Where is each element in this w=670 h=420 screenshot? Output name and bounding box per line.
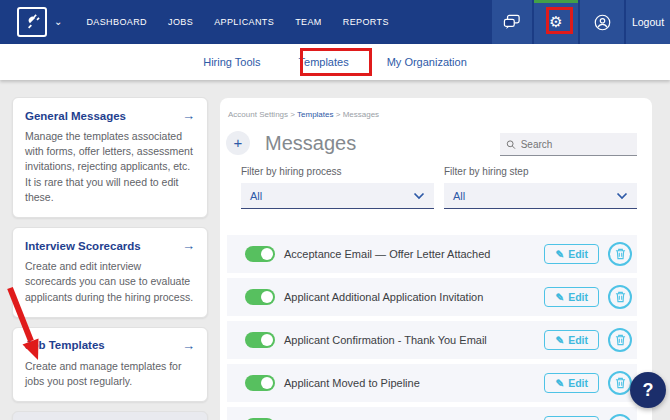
arrow-right-icon: → [182, 238, 195, 253]
menu-dashboard[interactable]: DASHBOARD [86, 17, 147, 27]
trash-icon [615, 334, 626, 346]
filter-label-hiring-step: Filter by hiring step [444, 166, 637, 177]
card-title: Interview Scorecards [25, 240, 141, 252]
table-row: Applicant Additional Application Invitat… [227, 278, 637, 316]
selected-value: All [250, 190, 262, 202]
template-name: Acceptance Email — Offer Letter Attached [284, 248, 544, 260]
breadcrumb-account-settings[interactable]: Account Settings [228, 110, 288, 119]
filter-label-hiring-process: Filter by hiring process [241, 166, 434, 177]
menu-team[interactable]: TEAM [295, 17, 322, 27]
edit-button[interactable]: ✎ Edit [544, 287, 599, 307]
selected-value: All [453, 190, 465, 202]
tab-templates[interactable]: Templates [297, 46, 351, 78]
edit-button[interactable]: ✎ Edit [544, 244, 599, 264]
trash-icon [615, 291, 626, 303]
navbar-actions: ⚙ Logout [492, 0, 670, 44]
sidebar-card-interview-scorecards[interactable]: Interview Scorecards → Create and edit i… [12, 227, 208, 318]
table-row: ✎ Edit [227, 407, 637, 420]
enabled-toggle[interactable] [245, 375, 275, 391]
edit-button[interactable]: ✎ Edit [544, 330, 599, 350]
template-name: Applicant Moved to Pipeline [284, 377, 544, 389]
pencil-icon: ✎ [555, 377, 564, 389]
top-navbar: ⌄ DASHBOARD JOBS APPLICANTS TEAM REPORTS… [0, 0, 670, 44]
tab-hiring-tools[interactable]: Hiring Tools [201, 46, 262, 78]
logout-label: Logout [632, 16, 664, 28]
templates-sidebar: General Messages → Manage the templates … [12, 97, 208, 420]
account-button[interactable] [580, 0, 624, 44]
chevron-down-icon[interactable]: ⌄ [54, 16, 62, 27]
breadcrumb: Account Settings > Templates > Messages [228, 110, 379, 119]
delete-button[interactable] [608, 371, 632, 395]
sidebar-card-job-templates[interactable]: Job Templates → Create and manage templa… [12, 327, 208, 402]
edit-button[interactable]: ✎ Edit [544, 373, 599, 393]
search-input[interactable] [521, 139, 631, 150]
breadcrumb-separator: > [336, 110, 341, 119]
chevron-down-icon [413, 192, 425, 200]
table-row: Acceptance Email — Offer Letter Attached… [227, 235, 637, 273]
search-icon [506, 139, 516, 150]
pencil-icon: ✎ [555, 291, 564, 303]
messages-chat-button[interactable] [492, 0, 532, 44]
enabled-toggle[interactable] [245, 246, 275, 262]
account-icon [594, 14, 611, 31]
help-button[interactable]: ? [630, 372, 666, 408]
trash-icon [615, 248, 626, 260]
tab-my-organization[interactable]: My Organization [385, 46, 469, 78]
add-message-button[interactable]: + [226, 131, 250, 155]
settings-button[interactable]: ⚙ [534, 0, 578, 44]
trash-icon [615, 377, 626, 389]
card-description: Manage the templates associated with for… [25, 129, 195, 205]
filters: Filter by hiring process All Filter by h… [241, 166, 637, 209]
card-description: Create and manage templates for jobs you… [25, 359, 195, 389]
hiring-step-select[interactable]: All [444, 183, 637, 209]
sidebar-card-messages[interactable]: Messages → Manage the email and text mes… [12, 411, 208, 420]
plug-logo-icon [22, 12, 42, 32]
search-field[interactable] [500, 133, 637, 156]
edit-label: Edit [568, 377, 588, 389]
message-template-list: Acceptance Email — Offer Letter Attached… [227, 235, 637, 420]
enabled-toggle[interactable] [245, 332, 275, 348]
table-row: Applicant Moved to Pipeline ✎ Edit [227, 364, 637, 402]
card-description: Create and edit interview scorecards you… [25, 259, 195, 305]
gear-icon: ⚙ [549, 13, 562, 31]
edit-button[interactable]: ✎ Edit [544, 416, 599, 420]
messages-panel: Account Settings > Templates > Messages … [220, 98, 652, 420]
arrow-right-icon: → [182, 108, 195, 123]
breadcrumb-templates[interactable]: Templates [297, 110, 333, 119]
table-row: Applicant Confirmation - Thank You Email… [227, 321, 637, 359]
pencil-icon: ✎ [555, 248, 564, 260]
active-tab-underline [313, 73, 335, 76]
logout-button[interactable]: Logout [626, 0, 670, 44]
hiring-process-select[interactable]: All [241, 183, 434, 209]
content-area: General Messages → Manage the templates … [0, 80, 670, 420]
tab-templates-label: Templates [299, 56, 349, 68]
delete-button[interactable] [608, 242, 632, 266]
edit-label: Edit [568, 248, 588, 260]
breadcrumb-separator: > [290, 110, 295, 119]
template-name: Applicant Additional Application Invitat… [284, 291, 544, 303]
active-tab-indicator [534, 0, 578, 3]
menu-reports[interactable]: REPORTS [343, 17, 389, 27]
chat-icon [503, 14, 521, 30]
page-title: Messages [265, 132, 356, 155]
template-name: Applicant Confirmation - Thank You Email [284, 334, 544, 346]
edit-label: Edit [568, 334, 588, 346]
breadcrumb-messages: Messages [343, 110, 379, 119]
menu-jobs[interactable]: JOBS [168, 17, 193, 27]
card-title: General Messages [25, 110, 126, 122]
delete-button[interactable] [608, 285, 632, 309]
app-logo[interactable] [17, 7, 47, 37]
sidebar-card-general-messages[interactable]: General Messages → Manage the templates … [12, 97, 208, 218]
arrow-right-icon: → [182, 338, 195, 353]
main-menu: DASHBOARD JOBS APPLICANTS TEAM REPORTS [86, 17, 389, 27]
edit-label: Edit [568, 291, 588, 303]
card-title: Job Templates [25, 339, 105, 351]
delete-button[interactable] [608, 328, 632, 352]
pencil-icon: ✎ [555, 334, 564, 346]
menu-applicants[interactable]: APPLICANTS [214, 17, 274, 27]
enabled-toggle[interactable] [245, 289, 275, 305]
settings-subnav: Hiring Tools Templates My Organization [0, 44, 670, 80]
chevron-down-icon [616, 192, 628, 200]
delete-button[interactable] [608, 414, 632, 420]
